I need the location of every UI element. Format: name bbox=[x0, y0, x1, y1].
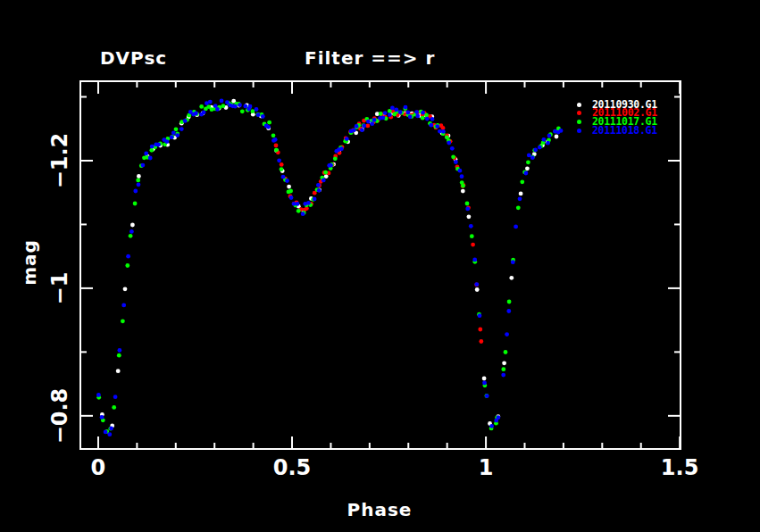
data-point bbox=[383, 111, 388, 115]
data-point bbox=[313, 197, 317, 202]
data-point bbox=[527, 154, 531, 158]
data-point bbox=[296, 202, 300, 206]
data-point bbox=[394, 108, 398, 112]
data-point bbox=[149, 148, 154, 153]
y-axis-label: mag bbox=[19, 239, 40, 286]
data-point bbox=[365, 124, 370, 129]
data-point bbox=[390, 106, 395, 111]
legend-marker-icon bbox=[577, 129, 581, 133]
data-point bbox=[238, 103, 242, 107]
data-point bbox=[425, 117, 430, 121]
data-point bbox=[316, 183, 321, 187]
data-point bbox=[519, 192, 523, 196]
data-point bbox=[424, 112, 429, 117]
data-point bbox=[288, 189, 293, 194]
data-point bbox=[221, 104, 226, 108]
data-point bbox=[516, 205, 521, 210]
data-point bbox=[107, 432, 112, 436]
data-point bbox=[266, 125, 271, 129]
data-point bbox=[129, 229, 134, 234]
data-point bbox=[220, 99, 224, 104]
data-point bbox=[104, 430, 108, 435]
data-point bbox=[126, 254, 130, 259]
data-point bbox=[408, 114, 413, 119]
data-point bbox=[472, 258, 477, 262]
data-point bbox=[271, 133, 276, 137]
legend-marker-icon bbox=[577, 103, 581, 107]
data-point bbox=[109, 427, 113, 431]
data-point bbox=[414, 110, 419, 114]
data-point bbox=[171, 130, 176, 135]
data-point bbox=[479, 339, 483, 344]
data-point bbox=[183, 119, 188, 123]
data-point bbox=[137, 174, 141, 179]
data-point bbox=[345, 137, 349, 141]
data-point bbox=[465, 207, 470, 212]
data-point bbox=[301, 212, 305, 216]
data-point bbox=[509, 276, 514, 280]
data-point bbox=[547, 134, 552, 138]
data-point bbox=[478, 328, 482, 332]
data-point bbox=[421, 116, 425, 121]
data-point bbox=[530, 155, 535, 160]
data-point bbox=[518, 196, 522, 201]
data-point bbox=[280, 167, 284, 171]
data-point bbox=[141, 163, 146, 168]
data-point bbox=[296, 209, 301, 213]
data-point bbox=[113, 395, 118, 399]
data-point bbox=[485, 394, 489, 398]
data-point bbox=[469, 224, 473, 229]
data-point bbox=[281, 175, 286, 179]
data-point bbox=[133, 202, 138, 206]
data-point bbox=[471, 243, 475, 247]
data-point bbox=[352, 128, 356, 132]
data-point bbox=[502, 361, 506, 365]
data-point bbox=[441, 129, 446, 134]
data-point bbox=[470, 234, 474, 238]
data-point bbox=[533, 148, 538, 153]
data-point bbox=[322, 179, 326, 183]
data-point bbox=[256, 112, 261, 117]
object-name: DVPsc bbox=[100, 47, 167, 69]
data-point bbox=[274, 148, 279, 153]
plot-area bbox=[0, 0, 760, 532]
data-point bbox=[180, 127, 184, 131]
data-point bbox=[274, 144, 279, 148]
x-tick-label: 1 bbox=[479, 455, 494, 480]
data-point bbox=[542, 137, 547, 142]
data-point bbox=[511, 260, 515, 264]
data-point bbox=[148, 156, 153, 161]
data-point bbox=[144, 152, 148, 156]
data-point bbox=[447, 141, 451, 145]
data-point bbox=[559, 129, 564, 133]
data-point bbox=[514, 225, 518, 229]
data-point bbox=[116, 369, 121, 373]
data-point bbox=[379, 112, 383, 116]
data-point bbox=[215, 107, 220, 112]
data-point bbox=[370, 121, 374, 126]
data-point bbox=[451, 154, 455, 159]
data-point bbox=[121, 319, 125, 323]
data-point bbox=[538, 145, 542, 150]
data-point bbox=[251, 109, 255, 113]
data-point bbox=[460, 174, 464, 179]
data-point bbox=[362, 124, 366, 129]
data-point bbox=[458, 169, 463, 173]
x-tick-label: 1.5 bbox=[661, 455, 699, 480]
data-point bbox=[199, 104, 204, 109]
data-point bbox=[277, 158, 281, 162]
data-point bbox=[289, 195, 294, 200]
data-point bbox=[100, 415, 104, 420]
data-point bbox=[430, 117, 435, 121]
data-point bbox=[273, 137, 278, 142]
data-point bbox=[112, 405, 116, 410]
data-point bbox=[404, 105, 408, 110]
data-point bbox=[504, 350, 508, 354]
data-point bbox=[450, 146, 455, 151]
data-point bbox=[210, 107, 214, 112]
data-point bbox=[388, 112, 392, 117]
data-point bbox=[435, 124, 439, 129]
data-point bbox=[406, 111, 411, 115]
data-point bbox=[280, 162, 284, 167]
data-point bbox=[482, 377, 487, 381]
